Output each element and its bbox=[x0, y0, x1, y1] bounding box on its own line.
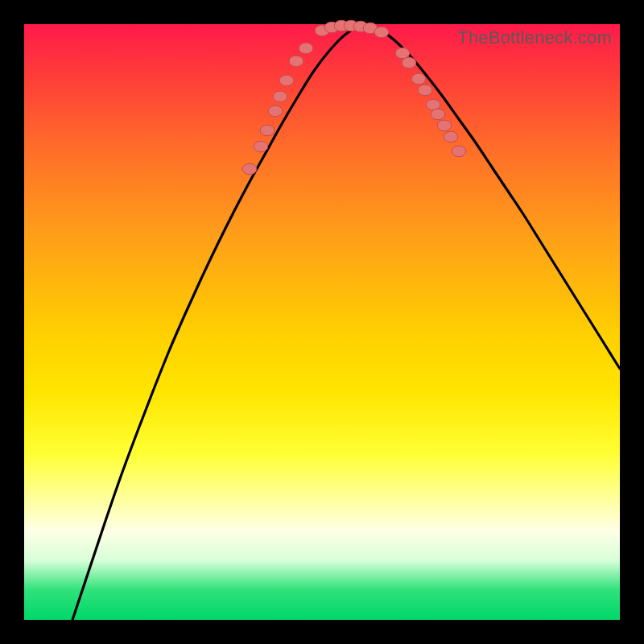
curve-marker bbox=[242, 163, 257, 175]
curve-marker bbox=[374, 27, 389, 38]
bottleneck-curve bbox=[72, 26, 620, 620]
chart-svg bbox=[24, 24, 620, 620]
curve-marker bbox=[418, 85, 432, 96]
curve-marker bbox=[268, 105, 283, 117]
chart-frame: TheBottleneck.com bbox=[0, 0, 644, 644]
curve-marker bbox=[452, 146, 466, 157]
curve-marker bbox=[273, 91, 287, 102]
curve-markers bbox=[242, 20, 466, 175]
curve-marker bbox=[431, 109, 445, 120]
curve-marker bbox=[402, 57, 416, 68]
curve-marker bbox=[289, 56, 303, 67]
curve-marker bbox=[260, 125, 275, 136]
curve-marker bbox=[437, 120, 452, 131]
curve-marker bbox=[254, 141, 268, 152]
curve-marker bbox=[279, 75, 294, 86]
curve-marker bbox=[411, 73, 426, 85]
curve-marker bbox=[299, 43, 313, 54]
chart-plot-area: TheBottleneck.com bbox=[24, 24, 620, 620]
curve-marker bbox=[395, 47, 410, 59]
curve-marker bbox=[444, 131, 458, 142]
